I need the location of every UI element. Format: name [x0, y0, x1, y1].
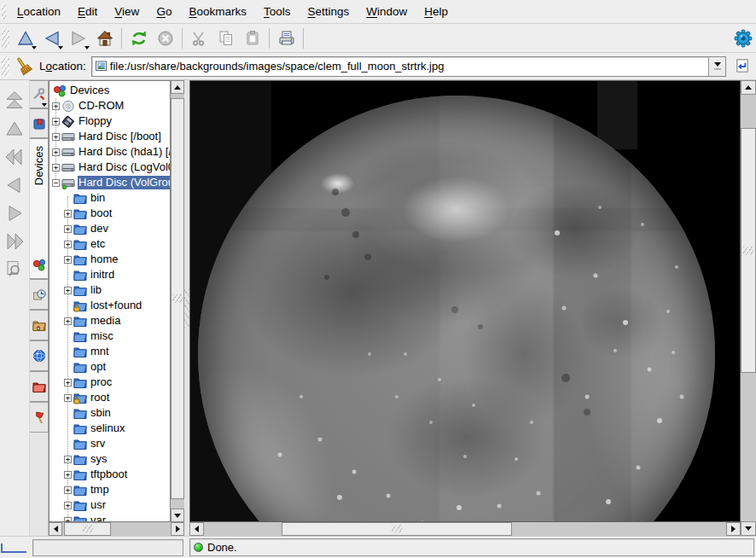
tree-expander-expand[interactable]: +: [64, 256, 72, 264]
scrollbar-thumb[interactable]: [741, 128, 756, 373]
menubar-handle[interactable]: [2, 3, 6, 20]
sidebar-tab-root-folder[interactable]: [30, 371, 49, 402]
back-nav-button[interactable]: [3, 173, 26, 197]
print-button[interactable]: [273, 26, 299, 51]
scrollbar-thumb[interactable]: [64, 522, 111, 536]
preview-button[interactable]: [3, 258, 26, 282]
tree-expander-expand[interactable]: +: [64, 379, 72, 387]
tree-item-media[interactable]: +media: [49, 313, 170, 328]
tree-expander-collapse[interactable]: −: [52, 179, 60, 187]
scroll-down-button[interactable]: [741, 521, 756, 536]
sidebar-tab-bookmarks[interactable]: [30, 108, 49, 138]
tree-expander-expand[interactable]: +: [64, 241, 72, 248]
view-horizontal-scrollbar[interactable]: [189, 522, 741, 536]
locbar-handle[interactable]: [2, 56, 9, 77]
view-vertical-scrollbar[interactable]: [741, 80, 756, 536]
tree-item-floppy[interactable]: +Floppy: [49, 113, 170, 129]
forward-dropdown-caret[interactable]: [84, 46, 90, 49]
stop-button[interactable]: [152, 26, 178, 51]
scroll-up-button[interactable]: [741, 80, 756, 95]
scroll-down-button[interactable]: [171, 509, 184, 522]
up-nav-button[interactable]: [3, 117, 26, 141]
konqueror-logo-button[interactable]: [730, 26, 756, 51]
tree-expander-expand[interactable]: +: [64, 471, 72, 479]
sidebar-tab-history[interactable]: [30, 279, 49, 310]
menu-go[interactable]: Go: [148, 0, 180, 24]
tree-item-selinux[interactable]: selinux: [49, 421, 170, 436]
tree-item-hard-disc-boot[interactable]: +Hard Disc [/boot]: [49, 129, 170, 144]
tree-item-usr[interactable]: +usr: [49, 497, 170, 513]
tree-expander-expand[interactable]: +: [52, 133, 60, 141]
tree-expander-expand[interactable]: +: [64, 456, 72, 463]
tree-item-proc[interactable]: +proc: [49, 375, 170, 390]
tree-expander-expand[interactable]: +: [52, 118, 60, 125]
tree-item-bin[interactable]: bin: [49, 190, 170, 206]
tree-item-sbin[interactable]: sbin: [49, 405, 170, 421]
sidebar-tab-network[interactable]: [30, 340, 49, 371]
scroll-right-button[interactable]: [726, 522, 741, 536]
tree-item-dev[interactable]: +dev: [49, 221, 170, 236]
menu-edit[interactable]: Edit: [69, 0, 106, 24]
forward-nav-button[interactable]: [3, 201, 26, 225]
tree-item-etc[interactable]: +etc: [49, 236, 170, 252]
back-button[interactable]: [38, 26, 65, 51]
tree-horizontal-scrollbar[interactable]: [49, 522, 184, 536]
menu-settings[interactable]: Settings: [299, 0, 358, 24]
scroll-left-button[interactable]: [189, 522, 204, 536]
cut-button[interactable]: [186, 26, 212, 51]
menu-view[interactable]: View: [106, 0, 148, 24]
sidebar-tab-home-folder[interactable]: [30, 310, 49, 340]
tree-expander-expand[interactable]: +: [64, 502, 72, 509]
tree-item-hard-disc-hda1[interactable]: +Hard Disc (hda1) [/: [49, 144, 170, 160]
tree-item-hard-disc-logvol0[interactable]: +Hard Disc (LogVol0: [49, 160, 170, 175]
copy-button[interactable]: [212, 26, 239, 51]
scrollbar-thumb[interactable]: [282, 522, 512, 536]
menu-help[interactable]: Help: [416, 0, 457, 24]
tree-item-root[interactable]: +root: [49, 390, 170, 405]
tree-expander-expand[interactable]: +: [64, 287, 72, 294]
location-url-input[interactable]: file:/usr/share/backgrounds/images/space…: [108, 60, 708, 73]
double-forward-button[interactable]: [3, 230, 26, 253]
scroll-up-button[interactable]: [171, 80, 184, 94]
reload-button[interactable]: [125, 26, 152, 51]
up-dropdown-caret[interactable]: [32, 46, 37, 49]
tree-item-misc[interactable]: misc: [49, 328, 170, 344]
tree-item-home[interactable]: +home: [49, 252, 170, 267]
tree-expander-expand[interactable]: +: [52, 148, 60, 156]
forward-button[interactable]: [65, 26, 91, 51]
location-dropdown-button[interactable]: [708, 57, 725, 76]
menu-tools[interactable]: Tools: [255, 0, 299, 24]
menu-window[interactable]: Window: [358, 0, 416, 24]
tree-item-boot[interactable]: +boot: [49, 206, 170, 221]
menu-bookmarks[interactable]: Bookmarks: [180, 0, 255, 24]
scroll-left-button[interactable]: [49, 522, 62, 536]
home-button[interactable]: [91, 26, 118, 51]
double-back-button[interactable]: [3, 145, 26, 169]
tree-expander-expand[interactable]: +: [64, 210, 72, 218]
tree-item-mnt[interactable]: mnt: [49, 344, 170, 359]
tree-item-tmp[interactable]: +tmp: [49, 482, 170, 497]
sidebar-configure-button[interactable]: [30, 80, 49, 108]
tree-item-lib[interactable]: +lib: [49, 282, 170, 298]
scroll-right-button[interactable]: [171, 522, 184, 536]
tree-item-devices[interactable]: Devices: [49, 83, 170, 98]
tree-item-hard-disc-volgrou[interactable]: −Hard Disc (VolGrou: [49, 175, 170, 190]
menu-location[interactable]: Location: [9, 0, 69, 24]
go-button[interactable]: [731, 55, 753, 78]
toolbar-handle[interactable]: [2, 28, 9, 49]
tree-item-cd-rom[interactable]: +CD-ROM: [49, 98, 170, 113]
tree-item-sys[interactable]: +sys: [49, 451, 170, 467]
tree-item-lost-found[interactable]: lost+found: [49, 298, 170, 313]
tree-expander-expand[interactable]: +: [64, 317, 72, 325]
sidebar-tab-devices[interactable]: Devices: [30, 138, 49, 279]
scrollbar-thumb[interactable]: [171, 98, 184, 499]
tree-item-opt[interactable]: opt: [49, 359, 170, 375]
tree-item-srv[interactable]: srv: [49, 436, 170, 451]
up-button[interactable]: [12, 26, 38, 51]
location-combobox[interactable]: file:/usr/share/backgrounds/images/space…: [91, 56, 726, 77]
back-dropdown-caret[interactable]: [58, 46, 63, 49]
tree-item-tftpboot[interactable]: +tftpboot: [49, 467, 170, 482]
clear-location-button[interactable]: [12, 54, 36, 79]
sidebar-tab-services[interactable]: [30, 402, 49, 433]
double-up-button[interactable]: [3, 89, 26, 113]
